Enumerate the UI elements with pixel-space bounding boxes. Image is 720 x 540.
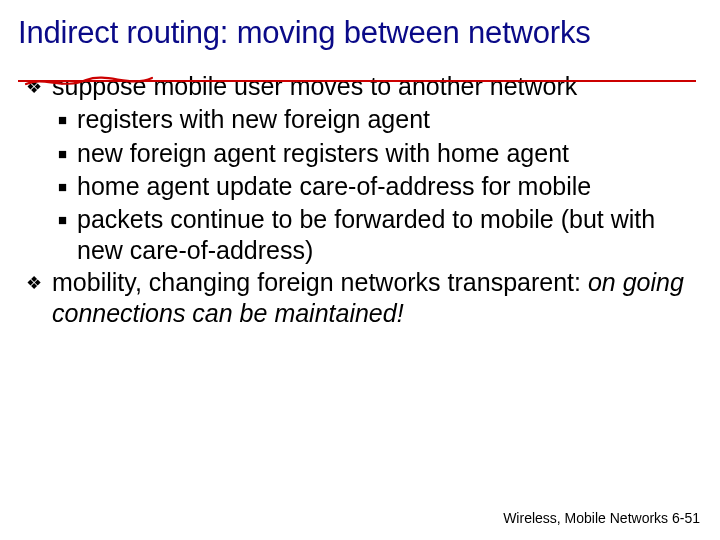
title-area: Indirect routing: moving between network… <box>18 14 696 51</box>
square-bullet-icon: ■ <box>58 138 67 169</box>
bullet-level2: ■ packets continue to be forwarded to mo… <box>58 204 696 267</box>
bullet-text: new foreign agent registers with home ag… <box>77 138 569 169</box>
square-bullet-icon: ■ <box>58 171 67 202</box>
bullet-level1: ❖ mobility, changing foreign networks tr… <box>26 267 696 330</box>
bullet-level2: ■ home agent update care-of-address for … <box>58 171 696 202</box>
slide: Indirect routing: moving between network… <box>0 0 720 540</box>
content-body: ❖ suppose mobile user moves to another n… <box>18 71 696 329</box>
scribble-annotation <box>24 70 156 92</box>
square-bullet-icon: ■ <box>58 104 67 135</box>
bullet-text: packets continue to be forwarded to mobi… <box>77 204 696 267</box>
square-bullet-icon: ■ <box>58 204 67 267</box>
bullet-level2: ■ registers with new foreign agent <box>58 104 696 135</box>
slide-title: Indirect routing: moving between network… <box>18 14 696 51</box>
bullet-text-plain: mobility, changing foreign networks tran… <box>52 268 581 296</box>
slide-footer: Wireless, Mobile Networks 6-51 <box>503 510 700 526</box>
bullet-level2: ■ new foreign agent registers with home … <box>58 138 696 169</box>
bullet-text: registers with new foreign agent <box>77 104 430 135</box>
bullet-text: mobility, changing foreign networks tran… <box>52 267 696 330</box>
bullet-text: home agent update care-of-address for mo… <box>77 171 591 202</box>
diamond-bullet-icon: ❖ <box>26 267 42 330</box>
